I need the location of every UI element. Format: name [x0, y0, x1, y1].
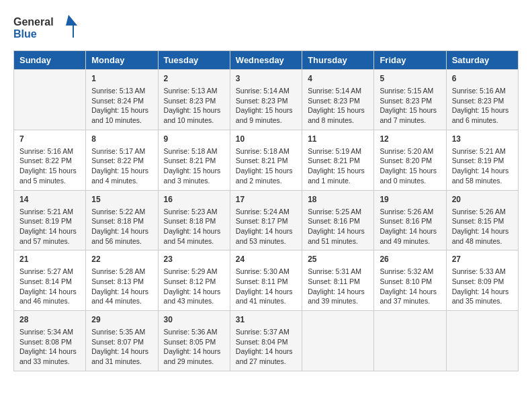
- day-number: 13: [452, 134, 513, 144]
- day-cell: 22Sunrise: 5:28 AM Sunset: 8:13 PM Dayli…: [86, 250, 158, 311]
- col-header-monday: Monday: [86, 51, 158, 70]
- day-info: Sunrise: 5:17 AM Sunset: 8:22 PM Dayligh…: [91, 146, 152, 186]
- day-number: 26: [380, 255, 440, 264]
- header: GeneralBlue: [13, 13, 519, 44]
- day-info: Sunrise: 5:18 AM Sunset: 8:21 PM Dayligh…: [236, 146, 296, 186]
- day-cell: 20Sunrise: 5:26 AM Sunset: 8:15 PM Dayli…: [446, 190, 518, 250]
- week-row-1: 1Sunrise: 5:13 AM Sunset: 8:24 PM Daylig…: [14, 70, 519, 130]
- week-row-5: 28Sunrise: 5:34 AM Sunset: 8:08 PM Dayli…: [14, 311, 519, 371]
- day-cell: 23Sunrise: 5:29 AM Sunset: 8:12 PM Dayli…: [158, 250, 230, 311]
- day-number: 15: [91, 195, 152, 204]
- day-cell: 14Sunrise: 5:21 AM Sunset: 8:19 PM Dayli…: [14, 190, 86, 250]
- day-info: Sunrise: 5:14 AM Sunset: 8:23 PM Dayligh…: [236, 86, 296, 126]
- day-number: 7: [19, 134, 80, 144]
- day-cell: [302, 311, 374, 371]
- day-info: Sunrise: 5:22 AM Sunset: 8:18 PM Dayligh…: [91, 207, 152, 246]
- col-header-sunday: Sunday: [14, 51, 86, 70]
- day-info: Sunrise: 5:14 AM Sunset: 8:23 PM Dayligh…: [308, 86, 368, 126]
- day-info: Sunrise: 5:26 AM Sunset: 8:15 PM Dayligh…: [452, 207, 513, 246]
- day-info: Sunrise: 5:36 AM Sunset: 8:05 PM Dayligh…: [164, 327, 224, 367]
- day-cell: [374, 311, 446, 371]
- day-info: Sunrise: 5:37 AM Sunset: 8:04 PM Dayligh…: [236, 327, 296, 367]
- week-row-3: 14Sunrise: 5:21 AM Sunset: 8:19 PM Dayli…: [14, 190, 519, 250]
- day-info: Sunrise: 5:35 AM Sunset: 8:07 PM Dayligh…: [91, 327, 152, 367]
- day-number: 14: [19, 195, 80, 204]
- day-number: 27: [452, 255, 513, 264]
- day-number: 8: [91, 134, 152, 144]
- day-number: 22: [91, 255, 152, 264]
- day-cell: 24Sunrise: 5:30 AM Sunset: 8:11 PM Dayli…: [230, 250, 302, 311]
- day-number: 16: [164, 195, 224, 204]
- day-number: 4: [308, 74, 368, 83]
- day-cell: 6Sunrise: 5:16 AM Sunset: 8:23 PM Daylig…: [446, 70, 518, 130]
- day-cell: 18Sunrise: 5:25 AM Sunset: 8:16 PM Dayli…: [302, 190, 374, 250]
- day-number: 12: [380, 134, 440, 144]
- col-header-wednesday: Wednesday: [230, 51, 302, 70]
- day-info: Sunrise: 5:16 AM Sunset: 8:22 PM Dayligh…: [19, 146, 80, 186]
- header-row: SundayMondayTuesdayWednesdayThursdayFrid…: [14, 51, 519, 70]
- day-cell: 2Sunrise: 5:13 AM Sunset: 8:23 PM Daylig…: [158, 70, 230, 130]
- day-cell: 13Sunrise: 5:21 AM Sunset: 8:19 PM Dayli…: [446, 130, 518, 190]
- day-info: Sunrise: 5:27 AM Sunset: 8:14 PM Dayligh…: [19, 267, 80, 306]
- day-number: 24: [236, 255, 296, 264]
- day-info: Sunrise: 5:24 AM Sunset: 8:17 PM Dayligh…: [236, 207, 296, 246]
- day-number: 5: [380, 74, 440, 83]
- logo: GeneralBlue: [13, 13, 87, 44]
- day-info: Sunrise: 5:34 AM Sunset: 8:08 PM Dayligh…: [19, 327, 80, 367]
- day-cell: 1Sunrise: 5:13 AM Sunset: 8:24 PM Daylig…: [86, 70, 158, 130]
- day-number: 9: [164, 134, 224, 144]
- day-cell: 11Sunrise: 5:19 AM Sunset: 8:21 PM Dayli…: [302, 130, 374, 190]
- day-cell: [14, 70, 86, 130]
- day-number: 11: [308, 134, 368, 144]
- day-info: Sunrise: 5:33 AM Sunset: 8:09 PM Dayligh…: [452, 267, 513, 306]
- day-info: Sunrise: 5:26 AM Sunset: 8:16 PM Dayligh…: [380, 207, 440, 246]
- week-row-4: 21Sunrise: 5:27 AM Sunset: 8:14 PM Dayli…: [14, 250, 519, 311]
- day-number: 25: [308, 255, 368, 264]
- day-info: Sunrise: 5:23 AM Sunset: 8:18 PM Dayligh…: [164, 207, 224, 246]
- day-info: Sunrise: 5:21 AM Sunset: 8:19 PM Dayligh…: [452, 146, 513, 186]
- day-cell: 16Sunrise: 5:23 AM Sunset: 8:18 PM Dayli…: [158, 190, 230, 250]
- day-info: Sunrise: 5:20 AM Sunset: 8:20 PM Dayligh…: [380, 146, 440, 186]
- day-cell: 19Sunrise: 5:26 AM Sunset: 8:16 PM Dayli…: [374, 190, 446, 250]
- day-cell: 3Sunrise: 5:14 AM Sunset: 8:23 PM Daylig…: [230, 70, 302, 130]
- day-info: Sunrise: 5:19 AM Sunset: 8:21 PM Dayligh…: [308, 146, 368, 186]
- col-header-thursday: Thursday: [302, 51, 374, 70]
- day-info: Sunrise: 5:13 AM Sunset: 8:23 PM Dayligh…: [164, 86, 224, 126]
- day-number: 19: [380, 195, 440, 204]
- col-header-tuesday: Tuesday: [158, 51, 230, 70]
- day-cell: 15Sunrise: 5:22 AM Sunset: 8:18 PM Dayli…: [86, 190, 158, 250]
- day-cell: 10Sunrise: 5:18 AM Sunset: 8:21 PM Dayli…: [230, 130, 302, 190]
- day-info: Sunrise: 5:32 AM Sunset: 8:10 PM Dayligh…: [380, 267, 440, 306]
- day-number: 10: [236, 134, 296, 144]
- day-cell: 12Sunrise: 5:20 AM Sunset: 8:20 PM Dayli…: [374, 130, 446, 190]
- day-cell: 25Sunrise: 5:31 AM Sunset: 8:11 PM Dayli…: [302, 250, 374, 311]
- day-info: Sunrise: 5:15 AM Sunset: 8:23 PM Dayligh…: [380, 86, 440, 126]
- day-cell: 5Sunrise: 5:15 AM Sunset: 8:23 PM Daylig…: [374, 70, 446, 130]
- day-number: 30: [164, 315, 224, 324]
- col-header-friday: Friday: [374, 51, 446, 70]
- day-number: 28: [19, 315, 80, 324]
- day-info: Sunrise: 5:13 AM Sunset: 8:24 PM Dayligh…: [91, 86, 152, 126]
- day-info: Sunrise: 5:29 AM Sunset: 8:12 PM Dayligh…: [164, 267, 224, 306]
- day-cell: 17Sunrise: 5:24 AM Sunset: 8:17 PM Dayli…: [230, 190, 302, 250]
- day-info: Sunrise: 5:25 AM Sunset: 8:16 PM Dayligh…: [308, 207, 368, 246]
- week-row-2: 7Sunrise: 5:16 AM Sunset: 8:22 PM Daylig…: [14, 130, 519, 190]
- day-cell: 9Sunrise: 5:18 AM Sunset: 8:21 PM Daylig…: [158, 130, 230, 190]
- day-number: 6: [452, 74, 513, 83]
- day-info: Sunrise: 5:31 AM Sunset: 8:11 PM Dayligh…: [308, 267, 368, 306]
- day-cell: 8Sunrise: 5:17 AM Sunset: 8:22 PM Daylig…: [86, 130, 158, 190]
- day-number: 18: [308, 195, 368, 204]
- day-cell: [446, 311, 518, 371]
- day-info: Sunrise: 5:30 AM Sunset: 8:11 PM Dayligh…: [236, 267, 296, 306]
- svg-text:General: General: [13, 16, 54, 28]
- day-info: Sunrise: 5:21 AM Sunset: 8:19 PM Dayligh…: [19, 207, 80, 246]
- day-cell: 4Sunrise: 5:14 AM Sunset: 8:23 PM Daylig…: [302, 70, 374, 130]
- day-number: 29: [91, 315, 152, 324]
- day-cell: 31Sunrise: 5:37 AM Sunset: 8:04 PM Dayli…: [230, 311, 302, 371]
- day-cell: 7Sunrise: 5:16 AM Sunset: 8:22 PM Daylig…: [14, 130, 86, 190]
- svg-marker-1: [66, 15, 77, 38]
- day-number: 31: [236, 315, 296, 324]
- svg-text:Blue: Blue: [13, 28, 37, 40]
- logo-svg: GeneralBlue: [13, 13, 87, 44]
- day-info: Sunrise: 5:18 AM Sunset: 8:21 PM Dayligh…: [164, 146, 224, 186]
